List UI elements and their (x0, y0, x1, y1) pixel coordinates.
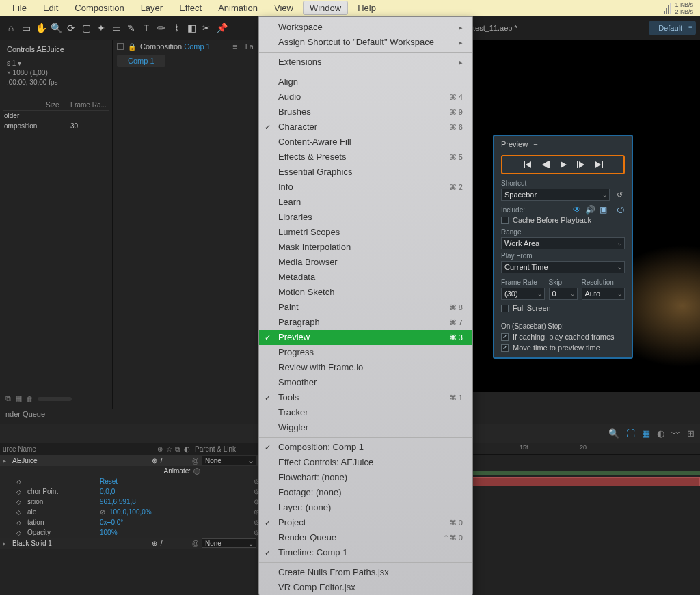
menu-effect[interactable]: Effect (172, 1, 208, 15)
brush-tool-icon[interactable]: ✏ (154, 21, 168, 35)
menu-item-metadata[interactable]: Metadata (259, 270, 472, 285)
framerate-select[interactable]: (30) (501, 288, 545, 300)
play-icon[interactable] (559, 161, 567, 169)
menu-edit[interactable]: Edit (36, 1, 65, 15)
skip-select[interactable]: 0 (549, 288, 578, 300)
menu-animation[interactable]: Animation (211, 1, 265, 15)
menu-item-paragraph[interactable]: Paragraph⌘ 7 (259, 315, 472, 330)
layer-tab[interactable]: La (245, 42, 254, 51)
project-row[interactable]: older (3, 111, 109, 121)
menu-item-libraries[interactable]: Libraries (259, 210, 472, 225)
comp-subtab[interactable]: Comp 1 (117, 55, 165, 67)
menu-item-learn[interactable]: Learn (259, 195, 472, 210)
menu-item-vr-comp-editor-jsx[interactable]: VR Comp Editor.jsx (259, 580, 472, 595)
menu-item-tracker[interactable]: Tracker (259, 405, 472, 420)
fullscreen-checkbox[interactable] (501, 305, 509, 312)
menu-view[interactable]: View (267, 1, 300, 15)
menu-item-flowchart-none[interactable]: Flowchart: (none) (259, 470, 472, 485)
menu-item-motion-sketch[interactable]: Motion Sketch (259, 285, 472, 300)
menu-item-preview[interactable]: ✓Preview⌘ 3 (259, 330, 472, 345)
menu-item-progress[interactable]: Progress (259, 345, 472, 360)
first-frame-icon[interactable] (524, 161, 532, 169)
menu-item-content-aware-fill[interactable]: Content-Aware Fill (259, 135, 472, 150)
menu-item-extensions[interactable]: Extensions▸ (259, 52, 472, 70)
menu-help[interactable]: Help (351, 1, 383, 15)
onstop-move-checkbox[interactable]: ✓ (501, 344, 509, 352)
effect-controls-tab[interactable]: Controls AEJuice (3, 42, 109, 56)
shortcut-select[interactable]: Spacebar (501, 189, 610, 201)
roto-tool-icon[interactable]: ✂ (200, 21, 213, 35)
layer-row[interactable]: ▸AEJuice⊕/@None⌵ (0, 455, 259, 466)
menu-item-create-nulls-from-paths-jsx[interactable]: Create Nulls From Paths.jsx (259, 562, 472, 580)
transform-property[interactable]: ◇tation0x+0,0°⊚ (0, 517, 259, 527)
menu-composition[interactable]: Composition (68, 1, 131, 15)
cache-checkbox[interactable] (501, 217, 509, 224)
parent-select[interactable]: None⌵ (202, 538, 256, 548)
menu-item-info[interactable]: Info⌘ 2 (259, 180, 472, 195)
animate-row[interactable]: Animate: (0, 466, 259, 476)
panel-menu-icon[interactable]: ≡ (232, 42, 237, 51)
transform-property[interactable]: ◇sition961,6,591,8⊚ (0, 497, 259, 507)
menu-item-mask-interpolation[interactable]: Mask Interpolation (259, 240, 472, 255)
next-frame-icon[interactable] (577, 161, 585, 169)
transform-property[interactable]: ◇chor Point0,0,0⊚ (0, 486, 259, 497)
clone-tool-icon[interactable]: ⌇ (170, 21, 183, 35)
panel-station-icon[interactable] (117, 43, 124, 50)
home-icon[interactable]: ⌂ (4, 21, 18, 35)
menu-item-render-queue[interactable]: Render Queue⌃⌘ 0 (259, 530, 472, 545)
project-row[interactable]: omposition30 (3, 121, 109, 131)
search-icon[interactable]: 🔍 (608, 428, 619, 439)
puppet-tool-icon[interactable]: 📌 (215, 21, 228, 35)
interpret-icon[interactable]: ⧉ (5, 394, 11, 403)
parent-select[interactable]: None⌵ (202, 456, 256, 465)
menu-item-project[interactable]: ✓Project⌘ 0 (259, 515, 472, 530)
loop-icon[interactable]: ⭯ (617, 205, 625, 215)
menu-item-layer-none[interactable]: Layer: (none) (259, 500, 472, 515)
menu-file[interactable]: File (5, 1, 33, 15)
preview-resolution-select[interactable]: Auto (582, 288, 625, 300)
menu-item-essential-graphics[interactable]: Essential Graphics (259, 165, 472, 180)
pen-tool-icon[interactable]: ✎ (124, 21, 138, 35)
menu-item-tools[interactable]: ✓Tools⌘ 1 (259, 390, 472, 405)
transform-property[interactable]: ◇Reset⊚ (0, 476, 259, 486)
bits-icon[interactable]: ▦ (15, 394, 22, 403)
menu-item-composition-comp-1[interactable]: ✓Composition: Comp 1 (259, 437, 472, 455)
eye-icon[interactable]: 👁 (573, 205, 581, 215)
menu-item-footage-none[interactable]: Footage: (none) (259, 485, 472, 500)
overlay-icon[interactable]: ▣ (600, 205, 607, 215)
panel-menu-icon[interactable]: ≡ (533, 140, 537, 148)
layer-row[interactable]: ▸Black Solid 1⊕/@None⌵ (0, 538, 259, 549)
last-frame-icon[interactable] (595, 161, 603, 169)
menu-item-character[interactable]: ✓Character⌘ 6 (259, 120, 472, 135)
playfrom-select[interactable]: Current Time (501, 261, 625, 273)
menu-layer[interactable]: Layer (134, 1, 170, 15)
transform-property[interactable]: ◇Opacity100%⊚ (0, 527, 259, 538)
menu-window[interactable]: Window (303, 1, 348, 15)
graph-icon[interactable]: 〰 (671, 428, 680, 439)
lock-icon[interactable]: 🔒 (128, 43, 136, 51)
project-zoom-slider[interactable] (38, 397, 72, 401)
frame-blend-icon[interactable]: ▦ (642, 428, 650, 439)
menu-item-audio[interactable]: Audio⌘ 4 (259, 89, 472, 105)
trash-icon[interactable]: 🗑 (26, 395, 33, 403)
pan-behind-tool-icon[interactable]: ✦ (94, 21, 108, 35)
hand-tool-icon[interactable]: ✋ (34, 21, 48, 35)
type-tool-icon[interactable]: T (139, 21, 153, 35)
eraser-tool-icon[interactable]: ◧ (185, 21, 198, 35)
camera-tool-icon[interactable]: ▢ (79, 21, 93, 35)
range-select[interactable]: Work Area (501, 237, 625, 249)
speaker-icon[interactable]: 🔊 (585, 205, 595, 215)
reset-icon[interactable]: ↺ (614, 191, 625, 199)
menu-item-smoother[interactable]: Smoother (259, 375, 472, 390)
zoom-tool-icon[interactable]: 🔍 (49, 21, 63, 35)
rotate-tool-icon[interactable]: ⟳ (64, 21, 78, 35)
shy-icon[interactable]: ⛶ (626, 428, 635, 439)
menu-item-lumetri-scopes[interactable]: Lumetri Scopes (259, 225, 472, 240)
menu-item-wiggler[interactable]: Wiggler (259, 420, 472, 435)
onstop-cache-checkbox[interactable]: ✓ (501, 333, 509, 341)
transform-property[interactable]: ◇ale⊘100,0,100,0%⊚ (0, 507, 259, 517)
menu-item-brushes[interactable]: Brushes⌘ 9 (259, 105, 472, 120)
menu-item-assign-shortcut-to-default-workspace[interactable]: Assign Shortcut to "Default" Workspace▸ (259, 35, 472, 50)
prev-frame-icon[interactable] (541, 161, 550, 169)
selection-tool-icon[interactable]: ▭ (19, 21, 33, 35)
